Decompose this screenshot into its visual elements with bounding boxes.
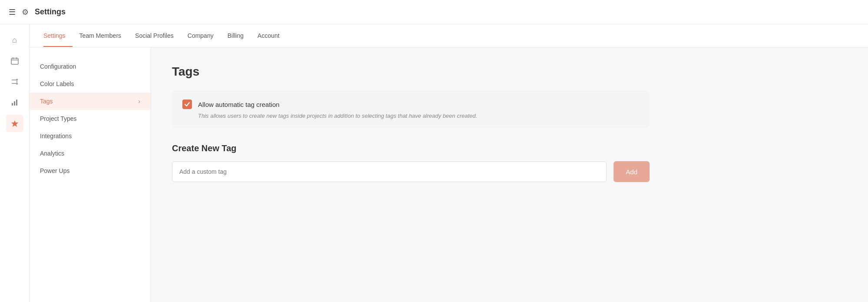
sub-sidebar-item-configuration[interactable]: Configuration xyxy=(30,58,151,75)
create-new-tag-title: Create New Tag xyxy=(172,143,847,153)
allow-auto-tag-description: This allows users to create new tags ins… xyxy=(182,113,639,119)
tab-team-members[interactable]: Team Members xyxy=(73,24,128,47)
sub-sidebar-item-integrations[interactable]: Integrations xyxy=(30,127,151,145)
tag-input-row: Add xyxy=(172,161,650,182)
tab-settings[interactable]: Settings xyxy=(43,24,73,47)
sub-sidebar-item-analytics[interactable]: Analytics xyxy=(30,145,151,162)
tab-social-profiles[interactable]: Social Profiles xyxy=(128,24,181,47)
main-layout: ⌂ xyxy=(0,24,868,302)
tag-input[interactable] xyxy=(172,161,607,182)
sub-sidebar-item-label-tags: Tags xyxy=(40,98,53,105)
sidebar-icon-calendar[interactable] xyxy=(6,52,23,70)
allow-auto-tag-card: Allow automatic tag creation This allows… xyxy=(172,91,650,128)
add-tag-button[interactable]: Add xyxy=(614,161,650,182)
sidebar-icon-analytics[interactable] xyxy=(6,94,23,111)
sub-sidebar: Configuration Color Labels Tags › Projec… xyxy=(30,47,151,302)
sidebar-icon-shuffle[interactable] xyxy=(6,73,23,90)
chevron-right-icon: › xyxy=(138,98,140,105)
sub-sidebar-item-project-types[interactable]: Project Types xyxy=(30,110,151,127)
svg-rect-0 xyxy=(11,58,18,64)
allow-auto-tag-label: Allow automatic tag creation xyxy=(198,101,280,108)
tab-billing[interactable]: Billing xyxy=(221,24,251,47)
tags-page-title: Tags xyxy=(172,65,847,79)
topbar: ☰ ⚙ Settings xyxy=(0,0,868,24)
sidebar-icon-home[interactable]: ⌂ xyxy=(6,31,23,49)
checkbox-row: Allow automatic tag creation xyxy=(182,100,639,109)
svg-rect-5 xyxy=(12,103,13,106)
svg-rect-7 xyxy=(16,100,17,106)
page-body: Configuration Color Labels Tags › Projec… xyxy=(30,47,868,302)
sub-sidebar-item-tags[interactable]: Tags › xyxy=(30,93,151,110)
page-title: Settings xyxy=(35,7,66,17)
gear-icon: ⚙ xyxy=(22,7,29,17)
left-sidebar: ⌂ xyxy=(0,24,30,302)
svg-rect-6 xyxy=(14,101,15,106)
svg-marker-8 xyxy=(11,120,18,127)
tab-company[interactable]: Company xyxy=(181,24,221,47)
tabs-bar: Settings Team Members Social Profiles Co… xyxy=(30,24,868,47)
sub-sidebar-item-color-labels[interactable]: Color Labels xyxy=(30,75,151,93)
hamburger-icon[interactable]: ☰ xyxy=(9,7,16,17)
sub-sidebar-item-power-ups[interactable]: Power Ups xyxy=(30,162,151,179)
sidebar-icon-star[interactable] xyxy=(6,115,23,132)
allow-auto-tag-checkbox[interactable] xyxy=(182,100,192,109)
content-area: Settings Team Members Social Profiles Co… xyxy=(30,24,868,302)
main-content: Tags Allow automatic tag creation This a… xyxy=(151,47,868,302)
tab-account[interactable]: Account xyxy=(251,24,287,47)
